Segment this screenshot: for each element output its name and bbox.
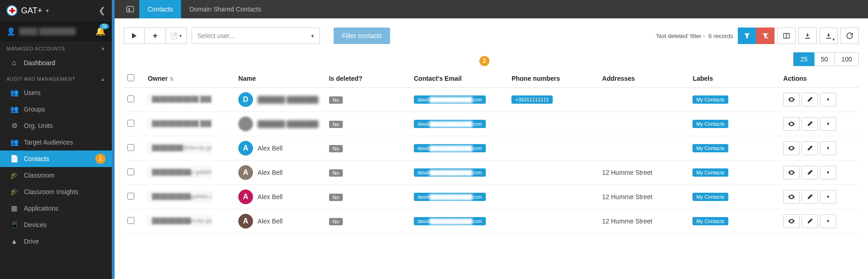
- filter-button[interactable]: [738, 28, 756, 44]
- more-actions-button[interactable]: ▼: [820, 214, 836, 228]
- page-size-50[interactable]: 50: [814, 52, 835, 66]
- email-pill[interactable]: david████████████com: [414, 193, 486, 201]
- view-button[interactable]: [783, 214, 800, 228]
- avatar: A: [238, 141, 253, 156]
- view-button[interactable]: [783, 141, 800, 155]
- edit-button[interactable]: [802, 190, 818, 204]
- edit-button[interactable]: [802, 214, 818, 228]
- row-checkbox[interactable]: [127, 95, 134, 102]
- brand-dropdown-icon[interactable]: ▼: [45, 8, 49, 13]
- name-cell: ██████ ███████: [238, 117, 322, 131]
- document-dropdown-button[interactable]: 📄▼: [166, 28, 187, 44]
- email-pill[interactable]: david████████████com: [414, 168, 486, 177]
- tab-icon-address-card[interactable]: [121, 0, 139, 18]
- edit-button[interactable]: [802, 141, 818, 155]
- run-button[interactable]: [124, 28, 145, 44]
- play-icon: [132, 33, 137, 39]
- label-pill[interactable]: My Contacts: [692, 120, 728, 128]
- address-cell: [599, 136, 689, 161]
- deleted-pill: No: [329, 169, 343, 177]
- email-pill[interactable]: david████████████com: [414, 144, 486, 152]
- clear-filter-button[interactable]: [756, 28, 775, 44]
- more-actions-button[interactable]: ▼: [820, 141, 836, 155]
- view-button[interactable]: [783, 190, 800, 204]
- sidebar-item-org-units[interactable]: ⚙Org. Units: [0, 117, 112, 134]
- edit-button[interactable]: [802, 166, 818, 179]
- col-phone[interactable]: Phone numbers: [508, 70, 599, 88]
- address-cell: [599, 112, 689, 136]
- more-actions-button[interactable]: ▼: [820, 93, 836, 106]
- sitemap-icon: ⚙: [10, 122, 18, 130]
- edit-button[interactable]: [802, 117, 818, 131]
- graduation-cap-icon: 🎓: [10, 171, 18, 179]
- drive-icon: ▲: [10, 237, 18, 245]
- user-row[interactable]: 👤 ████ ████████ 🔔 26: [0, 21, 112, 41]
- label-pill[interactable]: My Contacts: [692, 95, 728, 104]
- email-pill[interactable]: david████████████com: [414, 217, 486, 225]
- row-checkbox[interactable]: [127, 193, 134, 200]
- owner-pill: ██████████p.gatlabs.com: [148, 167, 212, 177]
- chevron-down-icon: ▼: [310, 33, 315, 39]
- col-deleted[interactable]: Is deleted?: [325, 70, 410, 88]
- edit-button[interactable]: [802, 93, 818, 106]
- page-size-25[interactable]: 25: [793, 52, 814, 66]
- download-dropdown-button[interactable]: ▼: [819, 28, 838, 44]
- label-pill[interactable]: My Contacts: [692, 193, 728, 201]
- columns-button[interactable]: [777, 28, 796, 44]
- label-pill[interactable]: My Contacts: [692, 217, 728, 225]
- deleted-pill: No: [329, 218, 343, 225]
- section-audit-management[interactable]: AUDIT AND MANAGEMENT▲: [0, 72, 112, 84]
- tab-domain-shared-contacts[interactable]: Domain Shared Contacts: [181, 0, 269, 18]
- refresh-icon: [846, 33, 853, 39]
- sidebar-item-dashboard[interactable]: ⌂ Dashboard: [0, 54, 112, 72]
- sidebar-item-devices[interactable]: 📱Devices: [0, 217, 112, 233]
- download-button[interactable]: [798, 28, 817, 44]
- select-all-checkbox[interactable]: [127, 74, 134, 81]
- row-checkbox[interactable]: [127, 120, 134, 127]
- email-pill[interactable]: david████████████com: [414, 95, 486, 104]
- select-user-dropdown[interactable]: Select user... ▼: [192, 28, 320, 44]
- view-button[interactable]: [783, 166, 800, 179]
- col-addresses[interactable]: Addresses: [599, 70, 689, 88]
- sidebar-item-classroom-insights[interactable]: 🎓Classroom Insights: [0, 184, 112, 200]
- phone-pill[interactable]: +35311111111: [511, 95, 553, 104]
- sidebar-item-users[interactable]: 👥Users: [0, 84, 112, 101]
- sidebar-item-groups[interactable]: 👥Groups: [0, 101, 112, 117]
- row-checkbox[interactable]: [127, 144, 134, 151]
- col-owner[interactable]: Owner⇅: [144, 70, 235, 88]
- notifications-icon[interactable]: 🔔 26: [95, 26, 105, 36]
- funnel-clear-icon: [762, 33, 769, 39]
- sidebar-item-applications[interactable]: ▦Applications: [0, 200, 112, 217]
- more-actions-button[interactable]: ▼: [820, 190, 836, 204]
- label-pill[interactable]: My Contacts: [692, 144, 728, 152]
- sidebar-item-drive[interactable]: ▲Drive: [0, 233, 112, 249]
- refresh-button[interactable]: [841, 28, 859, 44]
- tab-contacts[interactable]: Contacts: [139, 0, 181, 18]
- more-actions-button[interactable]: ▼: [820, 166, 836, 179]
- add-button[interactable]: +: [145, 28, 166, 44]
- owner-pill: ████████████ ████████: [148, 118, 212, 128]
- caret-down-icon: ▼: [826, 97, 830, 102]
- sidebar-item-target-audiences[interactable]: 👥Target Audiences: [0, 134, 112, 151]
- col-email[interactable]: Contact's Email2: [410, 70, 508, 88]
- row-checkbox[interactable]: [127, 168, 134, 175]
- col-labels[interactable]: Labels: [689, 70, 780, 88]
- sidebar-item-contacts[interactable]: 📄Contacts1: [0, 151, 112, 167]
- sidebar-collapse-icon[interactable]: ❮: [99, 6, 105, 16]
- deleted-pill: No: [329, 96, 343, 104]
- section-managed-accounts[interactable]: MANAGED ACCOUNTS▼: [0, 41, 112, 54]
- content-area: + 📄▼ Select user... ▼ Filter contacts 'N…: [115, 18, 868, 279]
- page-size-100[interactable]: 100: [835, 52, 859, 66]
- sidebar-item-classroom[interactable]: 🎓Classroom: [0, 167, 112, 184]
- more-actions-button[interactable]: ▼: [820, 117, 836, 131]
- col-name[interactable]: Name: [235, 70, 325, 88]
- filter-contacts-button[interactable]: Filter contacts: [334, 28, 390, 44]
- pencil-icon: [807, 96, 813, 103]
- groups-icon: 👥: [10, 105, 18, 113]
- row-checkbox[interactable]: [127, 217, 134, 224]
- avatar: [238, 117, 253, 131]
- view-button[interactable]: [783, 117, 800, 131]
- view-button[interactable]: [783, 93, 800, 106]
- label-pill[interactable]: My Contacts: [692, 168, 728, 177]
- email-pill[interactable]: david████████████com: [414, 120, 486, 128]
